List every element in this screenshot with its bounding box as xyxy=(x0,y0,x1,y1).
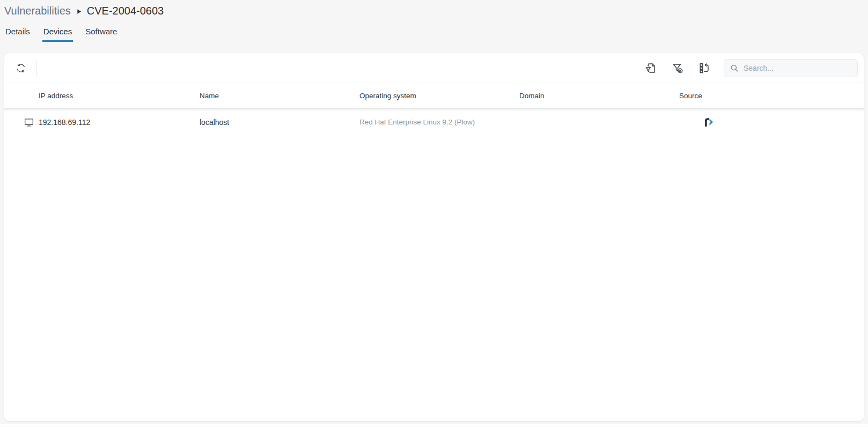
table-empty-area xyxy=(4,136,864,421)
ip-address-cell: 192.168.69.112 xyxy=(39,118,200,127)
clear-filters-button[interactable] xyxy=(670,61,685,76)
vulnerability-detail-page: Vulnerabilities CVE-2004-0603 Details De… xyxy=(0,0,868,427)
filter-document-icon xyxy=(644,62,657,75)
breadcrumb-separator-icon xyxy=(76,9,82,14)
devices-card: IP address Name Operating system Domain … xyxy=(4,53,864,421)
column-header-name[interactable]: Name xyxy=(200,92,359,100)
export-filtered-view-button[interactable] xyxy=(643,61,658,76)
breadcrumb-vulnerabilities-link[interactable]: Vulnerabilities xyxy=(4,5,71,17)
manage-columns-icon xyxy=(698,62,711,75)
refresh-icon xyxy=(15,62,27,74)
device-row[interactable]: 192.168.69.112 localhost Red Hat Enterpr… xyxy=(4,108,864,136)
detail-tabs: Details Devices Software xyxy=(4,26,864,42)
manage-columns-button[interactable] xyxy=(697,61,712,76)
search-box xyxy=(724,59,858,77)
tab-details[interactable]: Details xyxy=(4,26,31,42)
refresh-button[interactable] xyxy=(14,61,28,75)
tab-devices[interactable]: Devices xyxy=(42,26,73,42)
monitor-icon xyxy=(24,117,34,128)
column-header-operating-system[interactable]: Operating system xyxy=(359,92,519,100)
breadcrumb: Vulnerabilities CVE-2004-0603 xyxy=(4,3,864,18)
column-header-domain[interactable]: Domain xyxy=(519,92,679,100)
search-input[interactable] xyxy=(744,64,852,72)
footer-strip xyxy=(0,424,868,426)
column-header-ip-address[interactable]: IP address xyxy=(39,92,200,100)
os-cell: Red Hat Enterprise Linux 9.2 (Plow) xyxy=(359,118,519,126)
scanner-source-logo-icon xyxy=(702,115,715,129)
tab-software[interactable]: Software xyxy=(84,26,118,42)
name-cell: localhost xyxy=(200,118,359,127)
table-header-row: IP address Name Operating system Domain … xyxy=(4,83,864,108)
clear-filters-icon xyxy=(671,62,684,75)
column-header-source[interactable]: Source xyxy=(679,92,864,100)
search-icon xyxy=(730,63,739,73)
toolbar-actions xyxy=(643,61,712,76)
table-toolbar xyxy=(4,53,864,83)
source-cell xyxy=(679,115,864,129)
page-title: CVE-2004-0603 xyxy=(87,5,164,17)
device-type-cell xyxy=(24,117,39,128)
toolbar-divider xyxy=(36,60,37,77)
